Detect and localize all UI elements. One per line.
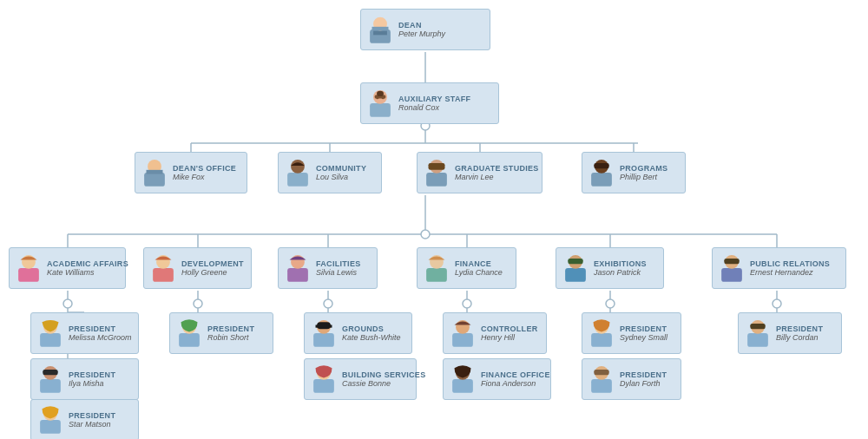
svg-rect-77 xyxy=(724,259,739,264)
node-pres-dylan[interactable]: PRESIDENT Dylan Forth xyxy=(582,358,681,400)
svg-rect-53 xyxy=(144,173,165,187)
node-graduate[interactable]: GRADUATE STUDIES Marvin Lee xyxy=(417,152,542,193)
title-development: DEVELOPMENT xyxy=(181,259,244,268)
info-building: BUILDING SERVICES Cassie Bonne xyxy=(342,370,425,388)
info-pres-sydney: PRESIDENT Sydney Small xyxy=(620,324,667,342)
name-exhibitions: Jason Patrick xyxy=(594,268,641,277)
avatar-programs xyxy=(588,156,615,189)
node-public-relations[interactable]: PUBLIC RELATIONS Ernest Hernandez xyxy=(712,247,846,289)
name-pres-billy: Billy Cordan xyxy=(776,333,819,342)
avatar-pres-robin xyxy=(175,317,203,350)
avatar-community xyxy=(284,156,312,189)
title-grounds: GROUNDS xyxy=(342,324,384,333)
info-programs: PROGRAMS Phillip Bert xyxy=(620,164,667,181)
node-pres-ilya[interactable]: PRESIDENT Ilya Misha xyxy=(30,358,139,400)
svg-rect-55 xyxy=(147,170,163,174)
avatar-deans-office xyxy=(141,156,168,189)
node-controller[interactable]: CONTROLLER Henry Hill xyxy=(443,312,547,354)
name-grounds: Kate Bush-White xyxy=(342,333,401,342)
name-pres-sydney: Sydney Small xyxy=(620,333,667,342)
title-pres-robin: PRESIDENT xyxy=(207,324,254,333)
node-exhibitions[interactable]: EXHIBITIONS Jason Patrick xyxy=(556,247,664,289)
info-facilities: FACILITIES Silvia Lewis xyxy=(316,259,361,277)
name-building: Cassie Bonne xyxy=(342,379,391,388)
info-finance: FINANCE Lydia Chance xyxy=(455,259,503,277)
name-pres-robin: Robin Short xyxy=(207,333,249,342)
name-finance-office: Fiona Anderson xyxy=(481,379,536,388)
title-pres-dylan: PRESIDENT xyxy=(620,370,667,379)
info-pres-billy: PRESIDENT Billy Cordan xyxy=(776,324,823,342)
node-community[interactable]: COMMUNITY Lou Silva xyxy=(278,152,382,193)
title-pres-sydney: PRESIDENT xyxy=(620,324,667,333)
svg-point-36 xyxy=(421,230,430,239)
svg-rect-80 xyxy=(179,333,200,347)
svg-rect-82 xyxy=(313,333,334,347)
title-community: COMMUNITY xyxy=(316,164,366,173)
name-auxiliary: Ronald Cox xyxy=(398,103,439,112)
title-programs: PROGRAMS xyxy=(620,164,667,173)
svg-rect-66 xyxy=(153,268,174,282)
svg-rect-103 xyxy=(40,420,61,434)
name-programs: Phillip Bert xyxy=(620,173,657,181)
svg-rect-68 xyxy=(287,268,308,282)
name-academic: Kate Williams xyxy=(47,268,94,277)
svg-point-37 xyxy=(63,299,72,308)
node-programs[interactable]: PROGRAMS Phillip Bert xyxy=(582,152,686,193)
node-pres-star[interactable]: PRESIDENT Star Matson xyxy=(30,399,139,439)
svg-rect-90 xyxy=(747,333,768,347)
name-graduate: Marvin Lee xyxy=(455,173,494,181)
node-building[interactable]: BUILDING SERVICES Cassie Bonne xyxy=(304,358,417,400)
node-deans-office[interactable]: DEAN'S OFFICE Mike Fox xyxy=(135,152,247,193)
title-dean: DEAN xyxy=(398,21,422,29)
avatar-pres-billy xyxy=(744,317,772,350)
info-deans-office: DEAN'S OFFICE Mike Fox xyxy=(173,164,236,181)
svg-rect-70 xyxy=(426,268,447,282)
info-pres-dylan: PRESIDENT Dylan Forth xyxy=(620,370,667,388)
avatar-public-relations xyxy=(718,252,746,285)
svg-rect-88 xyxy=(591,333,612,347)
name-dean: Peter Murphy xyxy=(398,29,445,38)
node-dean[interactable]: DEAN Peter Murphy xyxy=(360,9,490,50)
title-pres-star: PRESIDENT xyxy=(69,411,115,420)
svg-point-51 xyxy=(376,96,378,99)
node-finance-office[interactable]: FINANCE OFFICE Fiona Anderson xyxy=(443,358,551,400)
svg-rect-56 xyxy=(287,173,308,187)
node-pres-melissa[interactable]: PRESIDENT Melissa McGroom xyxy=(30,312,139,354)
svg-rect-93 xyxy=(40,379,61,393)
title-pres-billy: PRESIDENT xyxy=(776,324,823,333)
info-auxiliary: AUXILIARY STAFF Ronald Cox xyxy=(398,95,470,112)
node-facilities[interactable]: FACILITIES Silvia Lewis xyxy=(278,247,378,289)
title-pres-melissa: PRESIDENT xyxy=(69,324,115,333)
svg-rect-92 xyxy=(750,324,765,329)
node-development[interactable]: DEVELOPMENT Holly Greene xyxy=(143,247,252,289)
node-grounds[interactable]: GROUNDS Kate Bush-White xyxy=(304,312,412,354)
info-public-relations: PUBLIC RELATIONS Ernest Hernandez xyxy=(750,259,830,277)
name-pres-dylan: Dylan Forth xyxy=(620,379,661,388)
info-pres-robin: PRESIDENT Robin Short xyxy=(207,324,254,342)
avatar-pres-ilya xyxy=(36,363,64,396)
node-academic[interactable]: ACADEMIC AFFAIRS Kate Williams xyxy=(9,247,126,289)
node-pres-sydney[interactable]: PRESIDENT Sydney Small xyxy=(582,312,681,354)
node-pres-robin[interactable]: PRESIDENT Robin Short xyxy=(169,312,273,354)
name-deans-office: Mike Fox xyxy=(173,173,205,181)
svg-rect-86 xyxy=(452,333,473,347)
name-pres-star: Star Matson xyxy=(69,420,111,429)
info-community: COMMUNITY Lou Silva xyxy=(316,164,366,181)
info-dean: DEAN Peter Murphy xyxy=(398,21,445,38)
node-finance[interactable]: FINANCE Lydia Chance xyxy=(417,247,516,289)
svg-rect-46 xyxy=(372,27,389,31)
svg-point-40 xyxy=(463,299,471,308)
avatar-graduate xyxy=(423,156,450,189)
svg-rect-95 xyxy=(43,370,57,375)
avatar-academic xyxy=(15,252,43,285)
node-auxiliary[interactable]: AUXILIARY STAFF Ronald Cox xyxy=(360,82,499,124)
info-academic: ACADEMIC AFFAIRS Kate Williams xyxy=(47,259,128,277)
avatar-development xyxy=(149,252,177,285)
node-pres-billy[interactable]: PRESIDENT Billy Cordan xyxy=(738,312,842,354)
title-controller: CONTROLLER xyxy=(481,324,538,333)
svg-rect-102 xyxy=(594,370,608,375)
svg-rect-47 xyxy=(370,103,391,117)
svg-rect-60 xyxy=(429,163,445,170)
name-facilities: Silvia Lewis xyxy=(316,268,357,277)
svg-rect-75 xyxy=(721,268,742,282)
